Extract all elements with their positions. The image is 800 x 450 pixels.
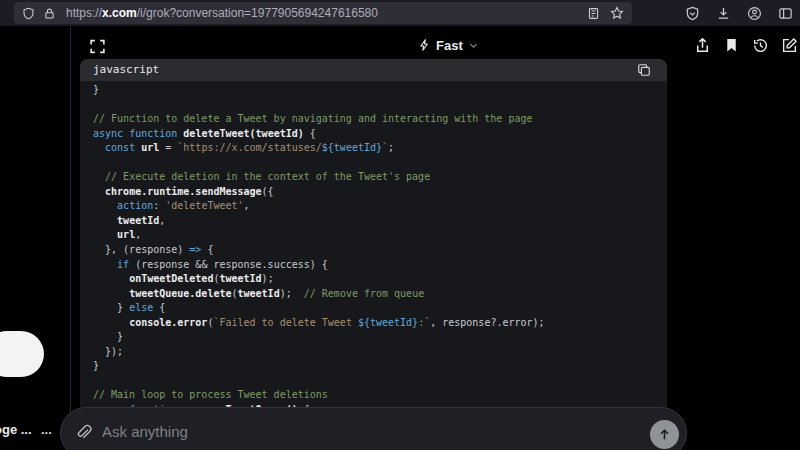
grok-toolbar: Fast: [70, 26, 800, 60]
url-text[interactable]: https://x.com/i/grok?conversation=197790…: [66, 6, 378, 20]
send-button[interactable]: [650, 420, 679, 449]
protections-shield-icon[interactable]: [685, 6, 700, 21]
shield-icon[interactable]: [22, 7, 35, 20]
copy-code-icon[interactable]: [637, 63, 651, 77]
code-line: } else {: [93, 301, 667, 316]
url-bar[interactable]: https://x.com/i/grok?conversation=197790…: [14, 2, 632, 24]
screen: https://x.com/i/grok?conversation=197790…: [0, 0, 800, 450]
compose-icon[interactable]: [781, 37, 798, 54]
code-line: tweetId,: [93, 214, 667, 229]
code-body: } // Function to delete a Tweet by navig…: [80, 81, 667, 418]
code-line: }: [93, 359, 667, 374]
chevron-down-icon: [468, 40, 479, 51]
sidebar-item-label[interactable]: oge ...: [0, 422, 32, 437]
bolt-icon: [418, 38, 431, 52]
arrow-up-icon: [657, 427, 672, 442]
code-block-header: javascript: [80, 59, 667, 81]
code-line: [93, 156, 667, 171]
code-line: if (response && response.success) {: [93, 258, 667, 273]
code-line: async function deleteTweet(tweetId) {: [93, 127, 667, 142]
code-line: [93, 374, 667, 389]
history-icon[interactable]: [752, 37, 769, 54]
grok-page: oge ... ... Fast javascript: [0, 26, 800, 450]
code-line: }: [93, 330, 667, 345]
composer[interactable]: Ask anything: [60, 407, 687, 450]
attach-paperclip-icon[interactable]: [74, 423, 92, 441]
sidebar-panel-icon[interactable]: [778, 6, 793, 21]
code-line: });: [93, 345, 667, 360]
mode-label: Fast: [436, 38, 463, 53]
sidebar-highlight-pill[interactable]: [0, 331, 44, 377]
sidebar-item-more[interactable]: ...: [41, 422, 52, 437]
code-line: }, (response) => {: [93, 243, 667, 258]
mode-selector[interactable]: Fast: [418, 35, 479, 55]
code-line: [93, 98, 667, 113]
code-line: onTweetDeleted(tweetId);: [93, 272, 667, 287]
lock-icon[interactable]: [43, 7, 56, 20]
code-line: action: 'deleteTweet',: [93, 199, 667, 214]
account-icon[interactable]: [747, 6, 762, 21]
share-icon[interactable]: [694, 37, 711, 54]
sidebar-divider: [70, 26, 71, 450]
code-line: const url = `https://x.com/statuses/${tw…: [93, 141, 667, 156]
code-line: // Execute deletion in the context of th…: [93, 170, 667, 185]
code-line: }: [93, 83, 667, 98]
expand-icon[interactable]: [89, 38, 106, 55]
code-line: console.error(`Failed to delete Tweet ${…: [93, 316, 667, 331]
downloads-icon[interactable]: [716, 6, 731, 21]
composer-input[interactable]: Ask anything: [102, 423, 188, 440]
code-line: chrome.runtime.sendMessage({: [93, 185, 667, 200]
code-line: url,: [93, 228, 667, 243]
code-line: // Main loop to process Tweet deletions: [93, 388, 667, 403]
bookmark-icon[interactable]: [724, 37, 739, 53]
code-block: javascript } // Function to delete a Twe…: [80, 59, 667, 450]
bookmark-star-icon[interactable]: [610, 6, 624, 20]
reader-view-icon[interactable]: [587, 7, 600, 20]
code-language-label: javascript: [93, 63, 159, 76]
code-line: tweetQueue.delete(tweetId); // Remove fr…: [93, 287, 667, 302]
browser-bar: https://x.com/i/grok?conversation=197790…: [0, 0, 800, 26]
code-line: // Function to delete a Tweet by navigat…: [93, 112, 667, 127]
